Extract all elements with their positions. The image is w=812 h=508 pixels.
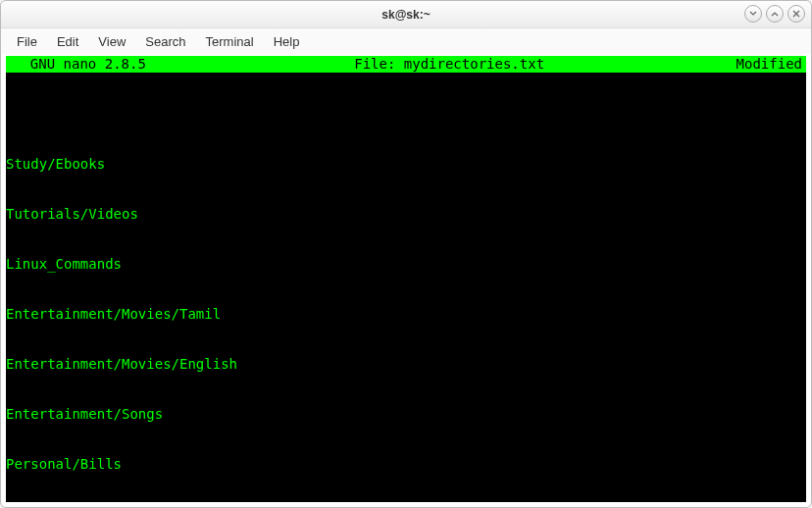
menu-file[interactable]: File	[9, 31, 45, 52]
window-controls	[744, 5, 805, 23]
nano-body[interactable]: Study/Ebooks Tutorials/Videos Linux_Comm…	[6, 73, 806, 502]
close-button[interactable]	[787, 5, 805, 23]
terminal-window: sk@sk:~ File Edit View Search Terminal H…	[0, 0, 812, 508]
menu-view[interactable]: View	[90, 31, 133, 52]
minimize-icon	[748, 9, 758, 19]
content-line: Linux_Commands	[6, 256, 806, 273]
nano-modified: Modified	[736, 56, 806, 73]
content-line: Study/Ebooks	[6, 156, 806, 173]
menubar: File Edit View Search Terminal Help	[1, 28, 811, 54]
content-line: Tutorials/Videos	[6, 206, 806, 223]
menu-help[interactable]: Help	[266, 31, 308, 52]
menu-search[interactable]: Search	[137, 31, 193, 52]
menu-terminal[interactable]: Terminal	[198, 31, 262, 52]
content-line: Personal/Bills	[6, 456, 806, 473]
window-title: sk@sk:~	[381, 8, 430, 22]
nano-header: GNU nano 2.8.5 File: mydirectories.txt M…	[6, 56, 806, 73]
content-line: Entertainment/Movies/English	[6, 356, 806, 373]
content-line: Entertainment/Songs	[6, 406, 806, 423]
titlebar: sk@sk:~	[1, 1, 811, 28]
nano-file-label: File: mydirectories.txt	[163, 56, 736, 73]
minimize-button[interactable]	[744, 5, 762, 23]
blank-line	[6, 106, 806, 123]
close-icon	[791, 9, 801, 19]
content-line: Entertainment/Movies/Tamil	[6, 306, 806, 323]
terminal-area[interactable]: GNU nano 2.8.5 File: mydirectories.txt M…	[6, 56, 806, 502]
nano-version: GNU nano 2.8.5	[6, 56, 163, 73]
maximize-icon	[770, 9, 780, 19]
maximize-button[interactable]	[766, 5, 784, 23]
menu-edit[interactable]: Edit	[49, 31, 86, 52]
